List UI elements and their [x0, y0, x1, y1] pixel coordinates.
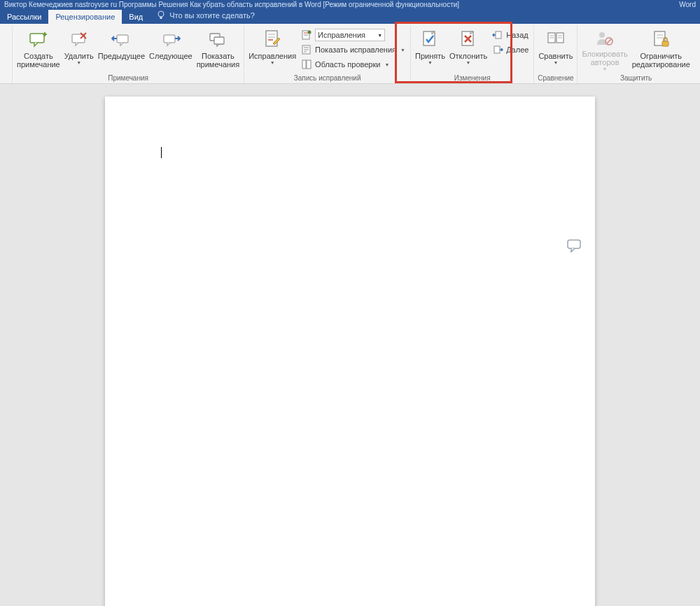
svg-point-15: [308, 31, 312, 34]
block-authors-label: Блокировать авторов: [582, 50, 627, 66]
group-compare-label: Сравнение: [536, 73, 575, 84]
show-comments-icon: [206, 28, 229, 50]
chevron-down-icon: ▼: [384, 62, 389, 67]
chevron-down-icon: ▼: [603, 66, 608, 71]
compare-icon: [545, 28, 567, 50]
group-tracking-label: Запись исправлений: [246, 73, 408, 84]
restrict-editing-label: Ограничить редактирование: [632, 52, 690, 69]
group-compare: Сравнить ▼ Сравнение: [534, 25, 578, 83]
tab-mailings[interactable]: Рассылки: [0, 10, 48, 24]
display-mode-value: Исправления: [318, 31, 365, 39]
track-changes-button[interactable]: Исправления ▼: [246, 27, 298, 73]
previous-comment-button[interactable]: Предыдущее: [96, 27, 147, 73]
show-comments-button[interactable]: Показать примечания: [195, 27, 242, 73]
accept-button[interactable]: Принять ▼: [413, 27, 447, 73]
reject-label: Отклонить: [449, 52, 487, 60]
show-markup-label: Показать исправления: [315, 45, 396, 54]
group-comments-label: Примечания: [15, 73, 241, 84]
restrict-editing-button[interactable]: Ограничить редактирование: [630, 27, 692, 73]
svg-rect-2: [30, 34, 44, 43]
ribbon: Создать примечание Удалить ▼ Предыдущее: [0, 24, 700, 84]
delete-comment-button[interactable]: Удалить ▼: [62, 27, 96, 73]
display-for-review-combo[interactable]: Исправления ▼: [298, 28, 408, 42]
group-changes: Принять ▼ Отклонить ▼ Назад: [411, 25, 534, 83]
next-comment-icon: [160, 28, 182, 50]
chevron-down-icon: ▼: [466, 60, 471, 65]
display-mode-icon: [301, 29, 312, 41]
svg-rect-21: [307, 60, 311, 69]
delete-comment-icon: [68, 28, 90, 50]
next-comment-button[interactable]: Следующее: [147, 27, 195, 73]
tell-me-label: Что вы хотите сделать?: [169, 11, 255, 20]
lightbulb-icon: [155, 10, 167, 21]
ribbon-tabs: Рассылки Рецензирование Вид Что вы хотит…: [0, 8, 700, 24]
group-protect-label: Защитить: [580, 73, 692, 84]
svg-rect-25: [494, 46, 500, 53]
next-change-label: Далее: [506, 45, 528, 54]
text-cursor: [161, 147, 162, 158]
svg-point-32: [599, 32, 605, 38]
chevron-down-icon: ▼: [553, 60, 558, 65]
reject-icon: [457, 28, 479, 50]
group-tracking: Исправления ▼ Исправления ▼: [244, 25, 411, 83]
next-change-button[interactable]: Далее: [489, 43, 531, 57]
previous-comment-label: Предыдущее: [98, 52, 145, 60]
title-text-right: Word: [679, 1, 696, 8]
compare-label: Сравнить: [538, 52, 573, 60]
new-comment-label: Создать примечание: [17, 52, 60, 69]
previous-change-button[interactable]: Назад: [489, 28, 531, 42]
restrict-editing-icon: [650, 28, 672, 50]
reviewing-pane-button[interactable]: Область проверки ▼: [298, 57, 408, 71]
show-comments-label: Показать примечания: [197, 52, 240, 69]
svg-rect-4: [117, 35, 128, 43]
svg-rect-1: [160, 17, 162, 19]
svg-rect-24: [496, 31, 501, 38]
group-changes-label: Изменения: [413, 73, 531, 84]
accept-icon: [419, 28, 441, 50]
next-change-icon: [492, 44, 503, 55]
chevron-down-icon: ▼: [428, 60, 433, 65]
show-markup-button[interactable]: Показать исправления ▼: [298, 43, 408, 57]
tab-review[interactable]: Рецензирование: [48, 10, 122, 24]
reject-button[interactable]: Отклонить ▼: [447, 27, 489, 73]
track-changes-label: Исправления: [248, 52, 296, 60]
tell-me-search[interactable]: Что вы хотите сделать?: [150, 7, 260, 24]
svg-rect-20: [302, 60, 306, 69]
accept-label: Принять: [415, 52, 445, 60]
group-protect: Блокировать авторов ▼ Ограничить редакти…: [578, 25, 694, 83]
tab-view[interactable]: Вид: [122, 10, 150, 24]
title-bar: Виктор Кемечеджиев nastroyvse ru Програм…: [0, 0, 700, 8]
svg-rect-39: [568, 240, 580, 248]
new-comment-button[interactable]: Создать примечание: [15, 27, 62, 73]
delete-comment-label: Удалить: [64, 52, 94, 60]
block-authors-icon: [594, 28, 616, 48]
compare-button[interactable]: Сравнить ▼: [536, 27, 575, 73]
chevron-down-icon: ▼: [400, 48, 405, 52]
svg-rect-7: [214, 37, 224, 44]
previous-comment-icon: [110, 28, 132, 50]
chevron-down-icon: ▼: [377, 33, 382, 38]
show-markup-icon: [301, 44, 312, 55]
svg-rect-5: [164, 35, 175, 43]
comment-indicator-icon[interactable]: [567, 239, 582, 253]
track-changes-icon: [261, 28, 284, 50]
next-comment-label: Следующее: [149, 52, 192, 60]
svg-point-0: [158, 11, 164, 17]
svg-rect-38: [662, 41, 668, 46]
reviewing-pane-label: Область проверки: [315, 60, 380, 69]
chevron-down-icon: ▼: [76, 60, 81, 65]
svg-line-34: [607, 38, 612, 43]
previous-change-label: Назад: [506, 31, 528, 39]
new-comment-icon: [27, 28, 50, 50]
group-comments: Создать примечание Удалить ▼ Предыдущее: [13, 25, 244, 83]
document-area: [0, 84, 700, 606]
chevron-down-icon: ▼: [270, 60, 275, 65]
document-page[interactable]: [105, 97, 595, 606]
previous-change-icon: [492, 29, 503, 41]
reviewing-pane-icon: [301, 59, 312, 70]
block-authors-button: Блокировать авторов ▼: [580, 27, 629, 73]
